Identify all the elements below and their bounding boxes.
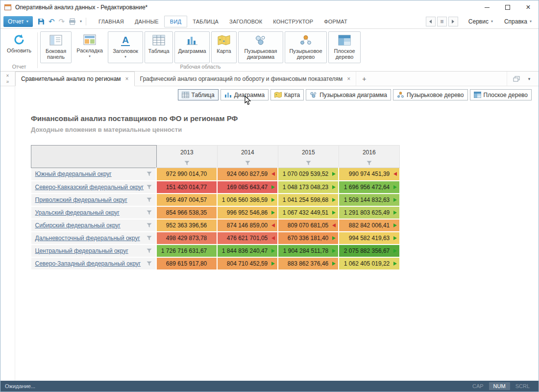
service-menu-label: Сервис bbox=[468, 18, 489, 25]
value-cell: 972 990 014,70 bbox=[156, 168, 217, 181]
header-button[interactable]: А Заголовок ▾ bbox=[108, 31, 143, 63]
view-chart-button[interactable]: Диаграмма bbox=[220, 89, 269, 100]
close-icon[interactable]: × bbox=[125, 75, 129, 82]
bubble-tree-view-button[interactable]: Пузырьковое дерево bbox=[285, 31, 327, 63]
filter-icon[interactable] bbox=[147, 223, 152, 228]
header-row: 2013201420152016 bbox=[31, 146, 400, 168]
doc-tab-regional-comparison[interactable]: Сравнительный анализ по регионам × bbox=[15, 72, 135, 86]
region-link[interactable]: Уральский федеральный округ bbox=[35, 209, 120, 216]
region-link[interactable]: Северо-Западный федеральный округ bbox=[35, 260, 141, 267]
close-button[interactable]: × bbox=[518, 0, 539, 14]
scroll-tabs-right-button[interactable] bbox=[448, 17, 458, 26]
view-table-button[interactable]: Таблица bbox=[178, 89, 219, 100]
window-list-button[interactable] bbox=[511, 74, 522, 84]
row-header: Центральный федеральный округ bbox=[31, 245, 157, 257]
view-bubble-chart-button[interactable]: Пузырьковая диаграмма bbox=[306, 89, 391, 100]
trend-up-icon bbox=[271, 249, 275, 253]
table-view-button[interactable]: Таблица bbox=[145, 31, 173, 63]
value-cell: 670 336 181,40 bbox=[278, 232, 339, 245]
doc-tab-graphic-analysis[interactable]: Графический анализ организаций по оборот… bbox=[135, 72, 357, 86]
column-header-2016[interactable]: 2016 bbox=[339, 146, 399, 168]
flat-tree-view-button[interactable]: Плоское дерево bbox=[328, 31, 361, 63]
corner-cell bbox=[31, 146, 157, 168]
region-link[interactable]: Сибирский федеральный округ bbox=[35, 222, 121, 229]
panel-expand-icon[interactable]: » bbox=[6, 79, 9, 84]
view-switcher: Таблица Диаграмма bbox=[31, 89, 532, 100]
bubble-chart-view-button[interactable]: Пузырьковая диаграмма bbox=[238, 31, 283, 63]
maximize-button[interactable] bbox=[497, 0, 518, 14]
status-bar: Ожидание... CAP NUM SCRL bbox=[0, 381, 539, 392]
view-map-button[interactable]: Карта bbox=[270, 89, 304, 100]
ribbon-tab-main[interactable]: ГЛАВНАЯ bbox=[93, 14, 129, 28]
cell-value: 804 710 452,59 bbox=[227, 260, 268, 267]
tab-options-dropdown[interactable]: ▾ bbox=[524, 74, 535, 84]
filter-icon[interactable] bbox=[147, 172, 152, 176]
region-link[interactable]: Приволжский федеральный округ bbox=[35, 196, 127, 203]
region-link[interactable]: Южный федеральный округ bbox=[35, 171, 112, 177]
filter-icon[interactable] bbox=[147, 261, 152, 266]
print-button[interactable] bbox=[69, 18, 76, 25]
refresh-button[interactable]: Обновить bbox=[3, 31, 35, 63]
quick-access-dropdown[interactable]: ▾ bbox=[80, 19, 82, 24]
region-link[interactable]: Центральный федеральный округ bbox=[35, 247, 128, 254]
close-icon[interactable]: × bbox=[347, 75, 350, 82]
ribbon-tab-header[interactable]: ЗАГОЛОВОК bbox=[224, 14, 268, 28]
ribbon-tab-data[interactable]: ДАННЫЕ bbox=[129, 14, 164, 28]
value-cell: 689 615 917,80 bbox=[156, 257, 217, 270]
cell-value: 994 582 419,63 bbox=[349, 235, 390, 242]
view-bubble-tree-button[interactable]: Пузырьковое дерево bbox=[393, 89, 468, 100]
column-header-2015[interactable]: 2015 bbox=[278, 146, 339, 168]
view-flat-tree-button[interactable]: Плоское дерево bbox=[470, 89, 532, 100]
save-button[interactable] bbox=[38, 18, 45, 25]
filter-icon[interactable] bbox=[147, 236, 152, 241]
keyboard-indicators: CAP NUM SCRL bbox=[468, 382, 534, 390]
region-link[interactable]: Северо-Кавказский федеральный округ bbox=[35, 184, 144, 191]
cell-value: 882 842 006,41 bbox=[349, 222, 390, 229]
maximize-icon bbox=[505, 5, 510, 10]
ribbon-tab-format[interactable]: ФОРМАТ bbox=[318, 14, 353, 28]
side-panel-button[interactable]: Боковая панель bbox=[40, 31, 72, 63]
chart-view-button[interactable]: Диаграмма bbox=[174, 31, 210, 63]
map-view-button[interactable]: Карта bbox=[211, 31, 237, 63]
ribbon-tab-table[interactable]: ТАБЛИЦА bbox=[187, 14, 224, 28]
filter-icon[interactable] bbox=[184, 161, 190, 166]
panel-close-icon[interactable]: × bbox=[6, 73, 9, 78]
undo-button[interactable]: ↶ bbox=[49, 17, 55, 26]
filter-icon[interactable] bbox=[147, 210, 152, 215]
view-table-label: Таблица bbox=[192, 92, 215, 98]
scroll-tabs-left-button[interactable] bbox=[426, 17, 436, 26]
filter-icon[interactable] bbox=[147, 197, 152, 202]
help-menu[interactable]: Справка ▾ bbox=[504, 18, 532, 25]
ribbon-group-label-report: Отчет bbox=[3, 63, 35, 71]
ribbon-tab-constructor[interactable]: КОНСТРУКТОР bbox=[268, 14, 318, 28]
layout-button[interactable]: Раскладка ▾ bbox=[73, 31, 106, 63]
filter-icon[interactable] bbox=[147, 185, 152, 190]
column-header-2013[interactable]: 2013 bbox=[156, 146, 217, 168]
ribbon-tab-view[interactable]: ВИД bbox=[164, 16, 187, 27]
minimize-button[interactable] bbox=[477, 0, 497, 14]
caps-lock-indicator: CAP bbox=[468, 382, 488, 390]
tab-list-button[interactable]: ≡ bbox=[437, 17, 447, 26]
service-menu[interactable]: Сервис ▾ bbox=[468, 18, 493, 25]
filter-icon[interactable] bbox=[306, 161, 311, 166]
filter-icon[interactable] bbox=[147, 248, 152, 253]
value-cell: 169 085 643,47 bbox=[217, 181, 278, 194]
redo-button[interactable]: ↷ bbox=[58, 17, 65, 26]
save-icon bbox=[38, 18, 45, 25]
collapsed-side-panel[interactable] bbox=[0, 86, 15, 381]
column-header-2014[interactable]: 2014 bbox=[217, 146, 278, 168]
chevron-down-icon: ▾ bbox=[124, 55, 126, 58]
value-cell: 990 974 451,39 bbox=[339, 168, 399, 181]
filter-icon[interactable] bbox=[367, 161, 372, 166]
table-icon bbox=[182, 92, 189, 98]
region-link[interactable]: Дальневосточный федеральный округ bbox=[35, 235, 140, 242]
report-menu-button[interactable]: Отчет ▾ bbox=[3, 16, 33, 27]
chart-view-label: Диаграмма bbox=[178, 48, 206, 54]
refresh-icon bbox=[13, 33, 25, 46]
table-icon bbox=[152, 34, 165, 47]
add-tab-button[interactable]: + bbox=[356, 72, 372, 86]
cell-value: 874 146 859,00 bbox=[227, 222, 268, 229]
doc-tab-label: Сравнительный анализ по регионам bbox=[21, 75, 121, 82]
trend-up-icon bbox=[393, 198, 397, 202]
filter-icon[interactable] bbox=[245, 161, 250, 166]
